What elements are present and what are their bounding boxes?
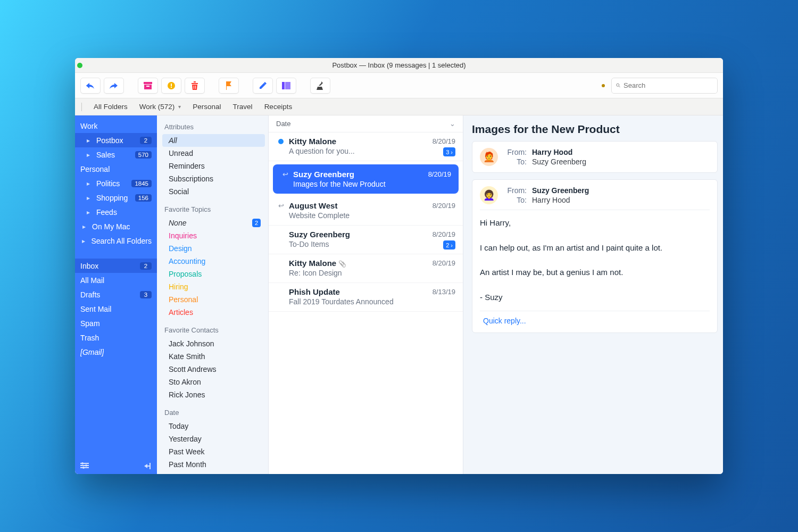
date-filter-item[interactable]: Past Month	[162, 458, 265, 471]
archive-button[interactable]	[138, 78, 158, 94]
contact-item[interactable]: Rick Jones	[162, 388, 265, 401]
count-badge: 156	[135, 194, 152, 202]
attribute-item[interactable]: Subscriptions	[162, 172, 265, 185]
settings-icon[interactable]	[80, 462, 89, 470]
quick-reply-input[interactable]: Quick reply...	[480, 311, 710, 326]
contact-item[interactable]: Scott Andrews	[162, 363, 265, 376]
sidebar-account-item[interactable]: ▸Politics1845	[75, 176, 157, 190]
sidebar-account-item[interactable]: ▸Feeds	[75, 205, 157, 219]
message-row[interactable]: Suzy Greenberg 8/20/19 To-Do Items2 ›	[269, 226, 463, 254]
folder-icon: ▸	[85, 180, 92, 187]
traffic-maximize-icon[interactable]	[77, 63, 82, 68]
sidebar-account-header[interactable]: Personal	[75, 162, 157, 176]
delete-button[interactable]	[185, 78, 205, 94]
message-row[interactable]: ↩ August West 8/20/19 Website Complete	[269, 197, 463, 226]
contact-item[interactable]: Kate Smith	[162, 350, 265, 363]
status-icon: ↩	[280, 170, 290, 178]
sync-status-icon	[602, 84, 605, 87]
count-badge: 2	[252, 219, 261, 227]
tab-work[interactable]: Work (572)	[139, 103, 181, 111]
search-field[interactable]	[611, 78, 718, 94]
attribute-item[interactable]: All	[162, 134, 265, 147]
message-sender: Phish Update	[289, 287, 429, 296]
message-sender: Kitty Malone	[289, 137, 429, 146]
avatar: 👩‍🦱	[480, 186, 498, 204]
reader-pane: Images for the New Product 🧑‍🦰 From:Harr…	[463, 115, 723, 474]
sidebar: Work▸Postbox2▸Sales570Personal▸Politics1…	[75, 115, 157, 474]
topic-item[interactable]: Hiring	[162, 280, 265, 293]
topic-item[interactable]: Proposals	[162, 268, 265, 280]
conversation-header[interactable]: 🧑‍🦰 From:Harry Hood To:Suzy Greenberg	[472, 141, 718, 173]
flag-button[interactable]	[219, 78, 239, 94]
sidebar-account-item[interactable]: ▸Sales570	[75, 147, 157, 162]
spam-button[interactable]	[161, 78, 181, 94]
attribute-item[interactable]: Unread	[162, 147, 265, 160]
message-row[interactable]: Kitty Malone 8/20/19 A question for you.…	[269, 132, 463, 161]
message-list-sort[interactable]: Date	[276, 120, 290, 128]
compose-button[interactable]	[253, 78, 273, 94]
forward-button[interactable]	[104, 78, 124, 94]
folder-icon: ▸	[80, 237, 87, 245]
topic-item[interactable]: Design	[162, 242, 265, 255]
app-window: Postbox — Inbox (9 messages | 1 selected…	[75, 58, 723, 474]
date-filter-item[interactable]: Past Week	[162, 445, 265, 458]
tab-receipts[interactable]: Receipts	[264, 103, 293, 111]
chevron-down-icon[interactable]: ⌄	[450, 120, 455, 128]
sidebar-mailbox-item[interactable]: [Gmail]	[75, 345, 157, 359]
contact-item[interactable]: Jack Johnson	[162, 337, 265, 350]
to-label: To:	[503, 196, 527, 204]
topic-item[interactable]: Inquiries	[162, 229, 265, 242]
status-icon	[276, 139, 286, 144]
reply-all-button[interactable]	[80, 78, 101, 94]
svg-rect-4	[171, 84, 172, 86]
sidebar-mailbox-item[interactable]: Sent Mail	[75, 302, 157, 316]
sidebar-mailbox-item[interactable]: Inbox2	[75, 259, 157, 273]
date-filter-item[interactable]: Yesterday	[162, 433, 265, 445]
sidebar-account-item[interactable]: ▸Shopping156	[75, 190, 157, 205]
thread-count-badge: 3 ›	[443, 147, 455, 156]
sidebar-mailbox-item[interactable]: Trash	[75, 330, 157, 345]
tab-all-folders[interactable]: All Folders	[94, 103, 128, 111]
sidebar-account-item[interactable]: ▸Postbox2	[75, 133, 157, 147]
contact-item[interactable]: Sto Akron	[162, 376, 265, 388]
message-subject: Website Complete	[289, 211, 455, 220]
svg-line-13	[619, 86, 620, 87]
attribute-item[interactable]: Social	[162, 185, 265, 198]
topic-item[interactable]: None2	[162, 217, 265, 229]
to-value: Suzy Greenberg	[532, 157, 586, 166]
sidebar-mailbox-item[interactable]: Drafts3	[75, 287, 157, 302]
from-label: From:	[503, 186, 527, 195]
svg-rect-9	[195, 86, 196, 89]
sidebar-mailbox-item[interactable]: Spam	[75, 316, 157, 330]
topic-item[interactable]: Personal	[162, 293, 265, 306]
attribute-item[interactable]: Reminders	[162, 160, 265, 172]
to-value: Harry Hood	[532, 196, 570, 204]
message-date: 8/20/19	[433, 202, 455, 210]
message-date: 8/13/19	[433, 288, 455, 296]
contacts-button[interactable]	[276, 78, 296, 94]
message-row[interactable]: Phish Update 8/13/19 Fall 2019 Tourdates…	[269, 283, 463, 312]
sidebar-account-item[interactable]: ▸Search All Folders	[75, 234, 157, 248]
tab-travel[interactable]: Travel	[233, 103, 253, 111]
tabbar: All Folders Work (572) Personal Travel R…	[75, 98, 723, 115]
collapse-icon[interactable]	[144, 462, 152, 470]
message-row[interactable]: ↩ Suzy Greenberg 8/20/19 Images for the …	[273, 164, 459, 194]
sidebar-mailbox-item[interactable]: All Mail	[75, 273, 157, 287]
attachment-icon	[338, 259, 346, 268]
topic-item[interactable]: Accounting	[162, 255, 265, 268]
clean-button[interactable]	[310, 78, 330, 94]
tab-personal[interactable]: Personal	[193, 103, 221, 111]
message-title: Images for the New Product	[472, 123, 718, 136]
titlebar: Postbox — Inbox (9 messages | 1 selected…	[75, 58, 723, 73]
message-row[interactable]: Kitty Malone 8/20/19 Re: Icon Design	[269, 254, 463, 283]
sidebar-account-item[interactable]: ▸On My Mac	[75, 219, 157, 234]
tabbar-divider	[81, 103, 82, 111]
svg-rect-1	[144, 85, 152, 89]
topic-item[interactable]: Articles	[162, 306, 265, 319]
svg-rect-8	[194, 86, 194, 89]
search-input[interactable]	[624, 81, 713, 89]
date-filter-title: Date	[164, 409, 265, 417]
message-date: 8/20/19	[428, 170, 451, 178]
sidebar-account-header[interactable]: Work	[75, 119, 157, 133]
date-filter-item[interactable]: Today	[162, 420, 265, 433]
